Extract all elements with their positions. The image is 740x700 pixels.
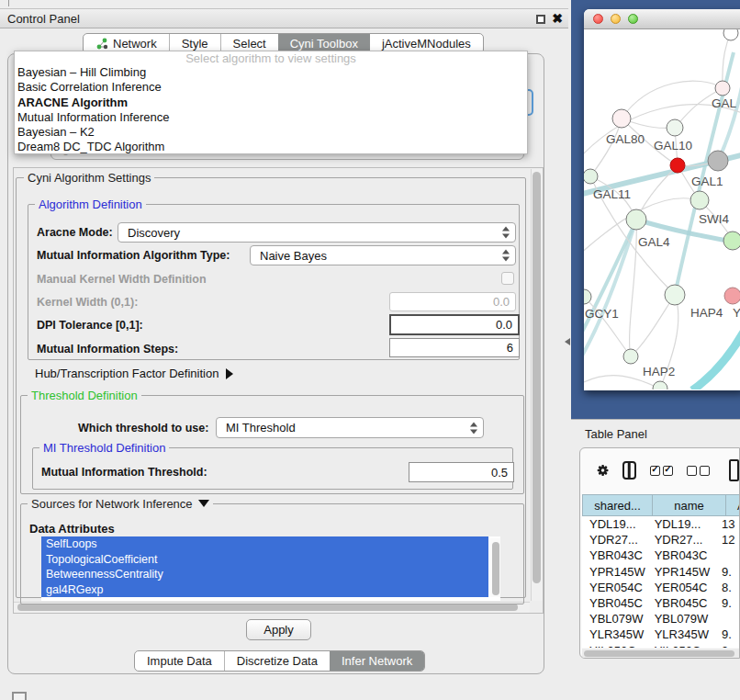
hub-tf-label: Hub/Transcription Factor Definition (35, 367, 219, 380)
node-label: Y (733, 306, 740, 320)
select-all-icon[interactable] (650, 466, 673, 476)
window-close-icon[interactable] (593, 14, 603, 24)
aracne-mode-value: Discovery (128, 226, 180, 240)
algorithm-option[interactable]: Bayesian – K2 (15, 125, 527, 140)
table-row[interactable]: YER054CYER054C8. (582, 580, 740, 595)
mi-algorithm-type-label: Mutual Information Algorithm Type: (37, 249, 230, 262)
node-hap4 (665, 285, 685, 305)
combo-spinner-icon (502, 250, 510, 262)
network-graph: GAL GAL80 GAL10 GAL1 GAL11 SWI4 GAL4 GCY… (584, 29, 740, 390)
column-header-shared[interactable]: shared... (582, 494, 653, 516)
tab-infer-network[interactable]: Infer Network (330, 651, 424, 671)
hub-tf-expander[interactable]: Hub/Transcription Factor Definition (35, 367, 233, 380)
node-label: GAL10 (654, 139, 692, 152)
combo-spinner-icon (502, 227, 510, 239)
tab-impute-data[interactable]: Impute Data (135, 651, 224, 671)
mi-algorithm-type-value: Naive Bayes (260, 249, 327, 263)
aracne-mode-combo[interactable]: Discovery (118, 222, 516, 243)
node-gal11 (584, 169, 598, 184)
node-gal10 (667, 119, 683, 136)
mi-steps-field[interactable]: 6 (389, 338, 520, 357)
algorithm-definition-title: Algorithm Definition (35, 198, 146, 210)
network-window-titlebar[interactable] (584, 9, 740, 29)
control-panel-title: Control Panel (7, 12, 80, 26)
table-row[interactable]: YDR27...YDR27...12 (582, 532, 740, 548)
node-label: HAP2 (643, 365, 675, 378)
attribute-item-selected[interactable]: BetweennessCentrality (41, 567, 488, 582)
mi-threshold-field[interactable]: 0.5 (409, 462, 514, 482)
mi-algorithm-type-combo[interactable]: Naive Bayes (250, 245, 516, 265)
node-top-partial (723, 29, 738, 40)
tab-network-label: Network (113, 37, 157, 51)
table-horizontal-scroll-thumb[interactable] (584, 650, 734, 657)
table-row[interactable]: YPR145WYPR145W9. (582, 564, 740, 580)
combo-spinner-icon (470, 422, 477, 434)
table-row[interactable]: YDL19...YDL19...13 (582, 516, 740, 532)
deselect-all-icon[interactable] (687, 466, 710, 476)
algorithm-dropdown-popup: Select algorithm to view settings Bayesi… (14, 51, 528, 154)
settings-horizontal-scroll-thumb[interactable] (17, 604, 518, 611)
application-window: Control Panel ✖ Network Style Select Cyn… (0, 0, 740, 700)
column-settings-icon[interactable] (622, 461, 636, 480)
table-panel-box: shared... name A YDL19...YDL19...13 YDR2… (579, 447, 740, 659)
export-table-icon[interactable] (729, 459, 739, 481)
network-canvas[interactable]: GAL GAL80 GAL10 GAL1 GAL11 SWI4 GAL4 GCY… (584, 29, 740, 390)
data-attributes-list: SelfLoops TopologicalCoefficient Between… (41, 536, 500, 601)
mi-threshold-group-title: MI Threshold Definition (39, 442, 169, 454)
column-header-partial[interactable]: A (726, 494, 740, 516)
splitter-collapse-icon[interactable] (565, 338, 570, 345)
algorithm-option[interactable]: Bayesian – Hill Climbing (15, 65, 527, 80)
node-gal80 (612, 109, 631, 128)
dpi-tolerance-label: DPI Tolerance [0,1]: (37, 319, 143, 332)
algorithm-option[interactable]: Dream8 DC_TDC Algorithm (15, 140, 527, 154)
table-row[interactable]: YIL052CYIL052C9 (582, 643, 740, 649)
gear-icon[interactable] (597, 461, 609, 480)
window-minimize-icon[interactable] (611, 14, 621, 24)
attribute-item-selected[interactable]: SelfLoops (41, 536, 488, 552)
bottom-tabbar: Impute Data Discretize Data Infer Networ… (134, 650, 425, 672)
sources-group-title[interactable]: Sources for Network Inference (28, 498, 213, 510)
float-panel-icon[interactable] (536, 15, 545, 24)
column-header-name[interactable]: name (653, 494, 726, 516)
minimized-panel-chip[interactable] (12, 692, 27, 700)
settings-vertical-scroll-thumb[interactable] (533, 172, 541, 583)
dpi-tolerance-field[interactable]: 0.0 (389, 314, 520, 335)
network-icon (95, 38, 108, 50)
attribute-item-selected[interactable]: gal4RGexp (41, 582, 488, 598)
table-horizontal-scrollbar[interactable] (582, 649, 740, 659)
cyni-settings-group-title: Cyni Algorithm Settings (24, 172, 154, 184)
top-edge-tick (8, 0, 9, 6)
kernel-width-field[interactable]: 0.0 (389, 292, 516, 311)
aracne-mode-label: Aracne Mode: (37, 226, 113, 239)
table-row[interactable]: YLR345WYLR345W9. (582, 627, 740, 642)
attribute-item-selected[interactable]: TopologicalCoefficient (41, 552, 488, 568)
table-row[interactable]: YBL079WYBL079W (582, 611, 740, 627)
node-gray (708, 151, 728, 171)
manual-kernel-width-checkbox[interactable] (501, 272, 514, 285)
algorithm-option-aracne[interactable]: ARACNE Algorithm (15, 96, 527, 110)
algorithm-option[interactable]: Mutual Information Inference (15, 110, 527, 125)
node-pink-right (724, 288, 740, 304)
expander-collapsed-icon (226, 368, 233, 379)
table-toolbar (580, 448, 739, 492)
tab-discretize-data[interactable]: Discretize Data (224, 651, 330, 671)
mi-steps-label: Mutual Information Steps: (37, 343, 178, 356)
window-zoom-icon[interactable] (628, 14, 638, 24)
node-label: GAL11 (593, 187, 631, 201)
which-threshold-label: Which threshold to use: (78, 422, 208, 435)
close-panel-icon[interactable]: ✖ (552, 11, 563, 26)
attribute-list-scrollbar[interactable] (490, 538, 500, 597)
node-bottom-partial (653, 381, 667, 390)
manual-kernel-width-label: Manual Kernel Width Definition (37, 273, 207, 286)
node-label: GCY1 (585, 307, 619, 321)
kernel-width-label: Kernel Width (0,1): (37, 296, 138, 309)
threshold-definition-title: Threshold Definition (28, 390, 141, 401)
table-row[interactable]: YBR043CYBR043C (582, 548, 740, 563)
table-row[interactable]: YBR045CYBR045C9. (582, 595, 740, 611)
node-label: GAL1 (691, 175, 723, 188)
apply-button[interactable]: Apply (246, 619, 311, 640)
node-label: GAL80 (606, 132, 645, 146)
which-threshold-combo[interactable]: MI Threshold (216, 417, 484, 438)
node-gcy1 (584, 289, 591, 304)
algorithm-option[interactable]: Basic Correlation Inference (15, 80, 527, 95)
